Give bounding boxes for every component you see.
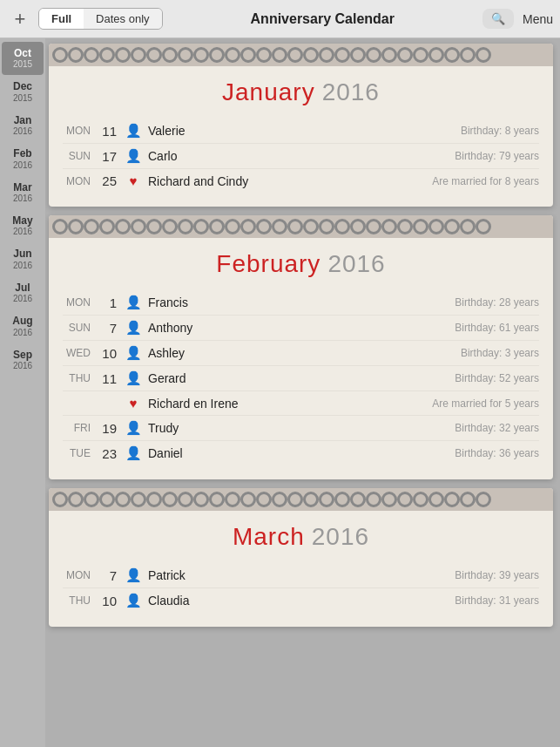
spiral-ring [115, 219, 131, 234]
spiral-ring [99, 492, 115, 507]
event-detail: Birthday: 28 years [455, 296, 539, 309]
sidebar-item-jul2016[interactable]: Jul2016 [0, 276, 45, 309]
search-icon: 🔍 [491, 12, 505, 25]
spiral-ring [334, 47, 350, 63]
spiral-ring [476, 492, 491, 507]
event-day-name: MON [63, 569, 91, 581]
spiral-ring [397, 219, 413, 234]
spiral-ring [413, 219, 428, 234]
event-name: Valerie [148, 124, 461, 138]
sidebar-item-may2016[interactable]: May2016 [0, 209, 45, 242]
event-name: Richard and Cindy [148, 174, 432, 188]
spiral-ring [428, 492, 444, 507]
spiral-ring [334, 219, 350, 234]
spiral-ring [334, 492, 350, 507]
spiral-ring [84, 492, 99, 507]
spiral-ring [350, 47, 366, 63]
month-header: February2016 [49, 238, 553, 287]
spiral-ring [131, 47, 146, 63]
calendar-card-march: March2016 MON 7 👤 Patrick Birthday: 39 y… [49, 488, 553, 627]
spiral-ring [319, 492, 334, 507]
spiral-ring [209, 219, 225, 234]
person-icon: 👤 [124, 148, 143, 164]
event-day-name: MON [63, 296, 91, 309]
sidebar-item-jan2016[interactable]: Jan2016 [0, 109, 45, 142]
spiral-ring [413, 47, 428, 63]
spiral-ring [68, 219, 84, 234]
spiral-ring [366, 219, 381, 234]
sidebar-item-jun2016[interactable]: Jun2016 [0, 242, 45, 275]
spiral-ring [319, 47, 334, 63]
spiral-ring [413, 492, 428, 507]
spiral-ring [287, 492, 303, 507]
month-name: March [233, 523, 305, 550]
event-day-name: MON [63, 175, 91, 187]
heart-icon: ♥ [124, 173, 143, 188]
sidebar-item-oct2015[interactable]: Oct2015 [2, 42, 44, 75]
event-detail: Birthday: 31 years [455, 594, 539, 607]
events-container: MON 7 👤 Patrick Birthday: 39 years THU 1… [49, 560, 553, 627]
sidebar-item-feb2016[interactable]: Feb2016 [0, 142, 45, 175]
event-row[interactable]: ♥ Richard en Irene Are married for 5 yea… [63, 391, 539, 416]
event-day-num: 7 [96, 321, 117, 336]
event-day-name: THU [63, 372, 91, 384]
menu-button[interactable]: Menu [523, 12, 553, 26]
person-icon: 👤 [124, 567, 143, 583]
spiral-ring [272, 47, 287, 63]
sidebar-item-mar2016[interactable]: Mar2016 [0, 176, 45, 209]
spiral-ring [287, 47, 303, 63]
spiral-ring [193, 492, 209, 507]
spiral-ring [256, 219, 272, 234]
spiral-ring [131, 219, 146, 234]
event-row[interactable]: THU 10 👤 Claudia Birthday: 31 years [63, 588, 539, 613]
event-row[interactable]: MON 11 👤 Valerie Birthday: 8 years [63, 119, 539, 144]
event-name: Anthony [148, 321, 455, 335]
spiral-ring [350, 492, 366, 507]
spiral-decoration [49, 215, 553, 238]
spiral-ring [428, 47, 444, 63]
event-day-name: TUE [63, 447, 91, 459]
event-name: Gerard [148, 371, 455, 385]
spiral-ring [381, 219, 397, 234]
event-row[interactable]: MON 1 👤 Francis Birthday: 28 years [63, 290, 539, 316]
event-row[interactable]: MON 7 👤 Patrick Birthday: 39 years [63, 563, 539, 588]
spiral-ring [225, 47, 240, 63]
spiral-ring [428, 219, 444, 234]
spiral-ring [99, 47, 115, 63]
spiral-decoration [49, 488, 553, 511]
segment-dates-button[interactable]: Dates only [84, 9, 161, 29]
sidebar: Oct2015Dec2015Jan2016Feb2016Mar2016May20… [0, 38, 45, 747]
event-row[interactable]: TUE 23 👤 Daniel Birthday: 36 years [63, 441, 539, 465]
sidebar-item-aug2016[interactable]: Aug2016 [0, 309, 45, 343]
event-row[interactable]: WED 10 👤 Ashley Birthday: 3 years [63, 341, 539, 366]
spiral-ring [287, 219, 303, 234]
spiral-ring [146, 219, 162, 234]
event-row[interactable]: FRI 19 👤 Trudy Birthday: 32 years [63, 416, 539, 441]
event-row[interactable]: SUN 7 👤 Anthony Birthday: 61 years [63, 316, 539, 341]
spiral-ring [366, 47, 381, 63]
main-content: January2016 MON 11 👤 Valerie Birthday: 8… [45, 38, 560, 747]
main-layout: Oct2015Dec2015Jan2016Feb2016Mar2016May20… [0, 38, 560, 747]
spiral-ring [99, 219, 115, 234]
event-day-num: 19 [96, 421, 117, 436]
event-name: Claudia [148, 594, 455, 608]
spiral-ring [162, 47, 178, 63]
sidebar-item-sep2016[interactable]: Sep2016 [0, 343, 45, 377]
sidebar-item-dec2015[interactable]: Dec2015 [0, 75, 45, 108]
spiral-ring [444, 219, 460, 234]
search-button[interactable]: 🔍 [482, 9, 514, 29]
event-row[interactable]: MON 25 ♥ Richard and Cindy Are married f… [63, 169, 539, 193]
event-day-name: WED [63, 347, 91, 359]
event-day-name: SUN [63, 150, 91, 162]
spiral-ring [162, 219, 178, 234]
add-button[interactable]: + [7, 8, 33, 31]
month-year: 2016 [327, 250, 385, 277]
event-name: Trudy [148, 421, 455, 435]
event-day-num: 25 [96, 173, 117, 188]
spiral-ring [193, 47, 209, 63]
spiral-ring [178, 47, 193, 63]
event-row[interactable]: SUN 17 👤 Carlo Birthday: 79 years [63, 144, 539, 169]
person-icon: 👤 [124, 370, 143, 386]
event-row[interactable]: THU 11 👤 Gerard Birthday: 52 years [63, 366, 539, 391]
segment-full-button[interactable]: Full [39, 9, 84, 29]
